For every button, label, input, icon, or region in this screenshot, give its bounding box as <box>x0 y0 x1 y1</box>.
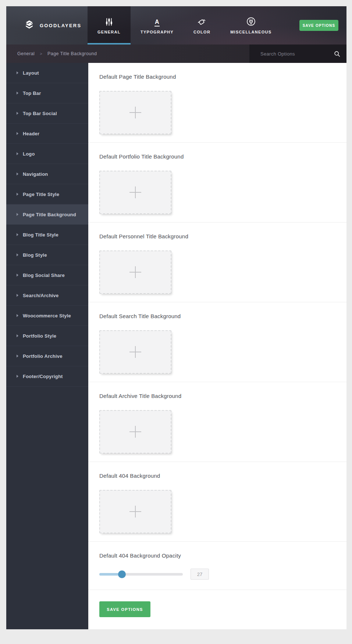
sidebar-item-label: Layout <box>23 70 39 76</box>
sidebar-item-blog-title-style[interactable]: Blog Title Style <box>6 225 88 245</box>
sidebar-item-blog-style[interactable]: Blog Style <box>6 245 88 265</box>
plus-icon <box>129 107 141 118</box>
chevron-right-icon <box>17 294 18 297</box>
chevron-right-icon <box>17 193 18 196</box>
section-default-archive-title-background: Default Archive Title Background <box>88 382 346 462</box>
chevron-right-icon <box>17 233 18 236</box>
tab-typography[interactable]: A TYPOGRAPHY <box>131 6 184 45</box>
breadcrumb: General > Page Title Background <box>6 45 97 63</box>
theme-options-panel: GOODLAYERS GENERAL <box>6 6 346 629</box>
sidebar-item-search-archive[interactable]: Search/Archive <box>6 285 88 306</box>
sidebar-item-header[interactable]: Header <box>6 124 88 144</box>
opacity-slider-track[interactable] <box>99 573 183 576</box>
media-upload-box[interactable] <box>99 410 171 453</box>
chevron-right-icon <box>17 314 18 317</box>
plug-icon <box>246 17 256 26</box>
breadcrumb-link-general[interactable]: General <box>17 51 35 56</box>
header-tabs: GENERAL A TYPOGRAPHY COLOR <box>88 6 281 45</box>
opacity-slider-row: 27 <box>99 569 335 580</box>
plus-icon <box>129 426 141 438</box>
tab-label: MISCELLANEOUS <box>230 30 271 34</box>
section-title: Default Page Title Background <box>99 74 335 80</box>
panel-body: Layout Top Bar Top Bar Social Header Log… <box>6 63 346 629</box>
breadcrumb-divider: > <box>40 51 42 56</box>
chevron-right-icon <box>17 71 18 74</box>
settings-content: Default Page Title Background Default Po… <box>88 63 346 629</box>
sidebar-item-label: Top Bar Social <box>23 111 57 116</box>
section-default-portfolio-title-background: Default Portfolio Title Background <box>88 143 346 223</box>
sidebar-item-label: Top Bar <box>23 90 41 96</box>
chevron-right-icon <box>17 132 18 135</box>
section-title: Default 404 Background Opacity <box>99 552 335 559</box>
sidebar-nav: Layout Top Bar Top Bar Social Header Log… <box>6 63 88 629</box>
chevron-right-icon <box>17 213 18 216</box>
sidebar-item-logo[interactable]: Logo <box>6 144 88 164</box>
brand-name: GOODLAYERS <box>40 23 81 28</box>
chevron-right-icon <box>17 274 18 277</box>
tab-color[interactable]: COLOR <box>184 6 220 45</box>
sidebar-item-top-bar[interactable]: Top Bar <box>6 83 88 103</box>
save-options-button-bottom[interactable]: SAVE OPTIONS <box>99 601 150 617</box>
sidebar-item-label: Search/Archive <box>23 293 58 298</box>
save-options-button-top[interactable]: SAVE OPTIONS <box>299 20 338 31</box>
search-icon[interactable] <box>334 50 341 57</box>
chevron-right-icon <box>17 152 18 155</box>
section-default-search-title-background: Default Search Title Background <box>88 302 346 382</box>
sidebar-item-layout[interactable]: Layout <box>6 63 88 83</box>
sidebar-item-top-bar-social[interactable]: Top Bar Social <box>6 103 88 124</box>
app-header: GOODLAYERS GENERAL <box>6 6 346 45</box>
media-upload-box[interactable] <box>99 250 171 294</box>
sidebar-item-label: Woocommerce Style <box>23 313 71 319</box>
media-upload-box[interactable] <box>99 490 171 533</box>
goodlayers-logo-icon <box>24 19 35 32</box>
section-title: Default 404 Background <box>99 473 335 479</box>
section-default-404-background: Default 404 Background <box>88 462 346 542</box>
sidebar-item-label: Blog Style <box>23 252 47 258</box>
media-upload-box[interactable] <box>99 91 171 134</box>
chevron-right-icon <box>17 375 18 378</box>
plus-icon <box>129 346 141 358</box>
tab-miscellaneous[interactable]: MISCELLANEOUS <box>220 6 281 45</box>
plus-icon <box>129 266 141 278</box>
sidebar-item-label: Page Title Style <box>23 192 59 197</box>
sidebar-item-woocommerce-style[interactable]: Woocommerce Style <box>6 306 88 326</box>
media-upload-box[interactable] <box>99 171 171 214</box>
sidebar-item-label: Blog Social Share <box>23 273 65 278</box>
brand-logo: GOODLAYERS <box>6 6 88 45</box>
sidebar-item-label: Navigation <box>23 171 48 177</box>
sidebar-item-label: Portfolio Style <box>23 333 56 339</box>
chevron-right-icon <box>17 253 18 256</box>
search-input[interactable] <box>249 51 334 57</box>
section-default-page-title-background: Default Page Title Background <box>88 63 346 143</box>
tab-label: GENERAL <box>97 30 121 34</box>
paint-bucket-icon <box>197 17 207 26</box>
sidebar-item-label: Blog Title Style <box>23 232 58 238</box>
breadcrumb-current: Page Title Background <box>47 51 97 56</box>
typography-icon: A <box>154 17 160 26</box>
sidebar-item-footer-copyright[interactable]: Footer/Copyright <box>6 366 88 387</box>
breadcrumb-bar: General > Page Title Background <box>6 45 346 63</box>
tab-label: TYPOGRAPHY <box>141 30 174 34</box>
tab-label: COLOR <box>193 30 210 34</box>
section-default-personnel-title-background: Default Personnel Title Background <box>88 223 346 302</box>
section-default-404-background-opacity: Default 404 Background Opacity 27 <box>88 542 346 590</box>
tab-general[interactable]: GENERAL <box>88 6 131 45</box>
section-title: Default Personnel Title Background <box>99 233 335 239</box>
sidebar-item-page-title-background[interactable]: Page Title Background <box>6 204 88 225</box>
sidebar-item-blog-social-share[interactable]: Blog Social Share <box>6 265 88 285</box>
sidebar-item-label: Header <box>23 131 39 136</box>
sidebar-item-label: Portfolio Archive <box>23 353 63 359</box>
chevron-right-icon <box>17 92 18 95</box>
opacity-value-box[interactable]: 27 <box>191 569 209 580</box>
section-title: Default Search Title Background <box>99 313 335 319</box>
sidebar-item-portfolio-style[interactable]: Portfolio Style <box>6 326 88 346</box>
sidebar-item-portfolio-archive[interactable]: Portfolio Archive <box>6 346 88 366</box>
plus-icon <box>129 506 141 517</box>
sidebar-item-page-title-style[interactable]: Page Title Style <box>6 184 88 204</box>
save-row: SAVE OPTIONS <box>88 590 346 629</box>
opacity-slider-handle[interactable] <box>118 570 126 578</box>
chevron-right-icon <box>17 112 18 115</box>
media-upload-box[interactable] <box>99 330 171 374</box>
sliders-icon <box>104 17 114 26</box>
sidebar-item-navigation[interactable]: Navigation <box>6 164 88 184</box>
